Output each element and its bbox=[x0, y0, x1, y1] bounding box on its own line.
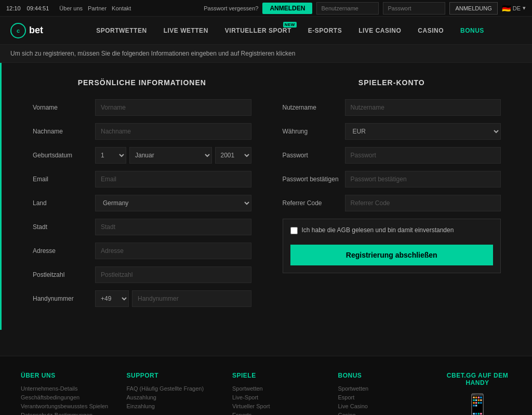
nutzername-label: Nutzername bbox=[283, 104, 340, 111]
passwort-confirm-input[interactable] bbox=[345, 171, 501, 188]
nav-sportwetten[interactable]: SPORTWETTEN bbox=[89, 24, 154, 37]
account-title: SPIELER-KONTO bbox=[283, 78, 501, 87]
nav-esports[interactable]: E-SPORTS bbox=[301, 24, 349, 37]
top-bar-right: Passwort vergessen? ANMELDEN ANMELDUNG 🇩… bbox=[204, 2, 526, 15]
password-forgot-link[interactable]: Passwort vergessen? bbox=[204, 5, 258, 11]
footer: ÜBER UNS Unternehmens-Details Geschäftsb… bbox=[0, 356, 532, 415]
language-selector[interactable]: 🇩🇪 DE ▾ bbox=[502, 4, 526, 12]
referrer-input[interactable] bbox=[345, 195, 501, 211]
footer-columns: ÜBER UNS Unternehmens-Details Geschäftsb… bbox=[21, 372, 511, 415]
main-nav: c bet SPORTWETTEN LIVE WETTEN NEW VIRTUE… bbox=[0, 17, 532, 45]
dob-label: Geburtsdatum bbox=[33, 152, 90, 159]
nachname-row: Nachname bbox=[33, 123, 251, 140]
dob-year-select[interactable]: 200120001999 199819901985 bbox=[215, 147, 251, 164]
adresse-input[interactable] bbox=[95, 243, 251, 259]
footer-link-2-2[interactable]: Virtueller Sport bbox=[232, 403, 323, 409]
footer-title-mobile: Cbet.gg auf dem Handy bbox=[444, 372, 511, 386]
lang-label: DE bbox=[513, 5, 521, 11]
footer-col-bonus: BONUS Sportwetten Esport Live Casino Cas… bbox=[338, 372, 429, 415]
nachname-input[interactable] bbox=[95, 123, 251, 140]
footer-link-0-3[interactable]: Datenschutz-Bestimmungen bbox=[21, 412, 111, 415]
logo-circle: c bbox=[10, 23, 26, 38]
logo[interactable]: c bet bbox=[10, 23, 43, 38]
top-link-kontakt[interactable]: Kontakt bbox=[112, 5, 131, 11]
footer-link-1-1[interactable]: Auszahlung bbox=[127, 394, 217, 400]
vorname-label: Vorname bbox=[33, 104, 90, 111]
nav-virtueller-sport[interactable]: NEW VIRTUELLER SPORT bbox=[218, 24, 299, 37]
vorname-row: Vorname bbox=[33, 99, 251, 116]
account-section: SPIELER-KONTO Nutzername Währung EURUSDB… bbox=[283, 78, 501, 314]
dob-row: Geburtsdatum 1 JanuarFebruarMärz AprilMa… bbox=[33, 147, 251, 164]
footer-col-support: SUPPORT FAQ (Häufig Gestellte Fragen) Au… bbox=[127, 372, 217, 415]
nutzername-row: Nutzername bbox=[283, 99, 501, 116]
phone-code-select[interactable]: +49 bbox=[95, 290, 129, 307]
password-input[interactable] bbox=[383, 2, 445, 15]
footer-title-spiele: SPIELE bbox=[232, 372, 323, 379]
footer-link-3-1[interactable]: Esport bbox=[338, 394, 429, 400]
email-input[interactable] bbox=[95, 171, 251, 188]
stadt-input[interactable] bbox=[95, 219, 251, 235]
passwort-input[interactable] bbox=[345, 147, 501, 164]
passwort-confirm-row: Passwort bestätigen bbox=[283, 171, 501, 188]
top-link-ueberuns[interactable]: Über uns bbox=[59, 5, 83, 11]
personal-title: PERSÖNLICHE INFORMATIONEN bbox=[33, 78, 251, 87]
wahrung-select[interactable]: EURUSDBTC bbox=[345, 123, 501, 140]
adresse-row: Adresse bbox=[33, 243, 251, 259]
nav-bonus[interactable]: BONUS bbox=[453, 24, 491, 37]
dob-day-select[interactable]: 1 bbox=[95, 147, 126, 164]
agb-text: Ich habe die AGB gelesen und bin damit e… bbox=[302, 226, 454, 234]
nav-live-wetten[interactable]: LIVE WETTEN bbox=[156, 24, 216, 37]
nutzername-input[interactable] bbox=[345, 99, 501, 116]
footer-link-0-2[interactable]: Verantwortungsbewusstes Spielen bbox=[21, 403, 111, 409]
email-label: Email bbox=[33, 176, 90, 183]
footer-link-3-2[interactable]: Live Casino bbox=[338, 403, 429, 409]
top-nav-links: Über uns Partner Kontakt bbox=[59, 5, 131, 11]
footer-col-mobile: Cbet.gg auf dem Handy 📱 bbox=[444, 372, 511, 415]
land-label: Land bbox=[33, 199, 90, 207]
footer-link-2-1[interactable]: Live-Sport bbox=[232, 394, 323, 400]
phone-inputs: +49 bbox=[95, 290, 251, 307]
footer-link-3-3[interactable]: Casino bbox=[338, 412, 429, 415]
top-link-partner[interactable]: Partner bbox=[88, 5, 107, 11]
logo-text: bet bbox=[29, 25, 43, 36]
adresse-label: Adresse bbox=[33, 247, 90, 255]
footer-link-3-0[interactable]: Sportwetten bbox=[338, 385, 429, 392]
info-text: Um sich zu registrieren, müssen Sie die … bbox=[10, 50, 295, 57]
anmelden-button[interactable]: ANMELDEN bbox=[262, 3, 312, 14]
clock-time: 12:10 bbox=[6, 5, 21, 11]
footer-link-2-0[interactable]: Sportwetten bbox=[232, 385, 323, 392]
phone-label: Handynummer bbox=[33, 295, 90, 302]
username-input[interactable] bbox=[316, 2, 379, 15]
passwort-label: Passwort bbox=[283, 152, 340, 159]
land-row: Land GermanyAustriaSwitzerland bbox=[33, 195, 251, 211]
footer-link-0-0[interactable]: Unternehmens-Details bbox=[21, 385, 111, 392]
postleitzahl-row: Postleitzahl bbox=[33, 266, 251, 283]
footer-link-0-1[interactable]: Geschäftsbedingungen bbox=[21, 394, 111, 400]
postleitzahl-input[interactable] bbox=[95, 266, 251, 283]
register-button[interactable]: Registrierung abschließen bbox=[290, 245, 494, 265]
footer-link-1-0[interactable]: FAQ (Häufig Gestellte Fragen) bbox=[127, 385, 217, 392]
postleitzahl-label: Postleitzahl bbox=[33, 271, 90, 278]
footer-link-2-3[interactable]: Esports bbox=[232, 412, 323, 415]
agb-row: Ich habe die AGB gelesen und bin damit e… bbox=[290, 226, 494, 234]
dob-inputs: 1 JanuarFebruarMärz AprilMaiJuni JuliAug… bbox=[95, 147, 251, 164]
footer-title-ueberuns: ÜBER UNS bbox=[21, 372, 111, 379]
phone-number-input[interactable] bbox=[132, 290, 251, 307]
personal-info-section: PERSÖNLICHE INFORMATIONEN Vorname Nachna… bbox=[33, 78, 251, 314]
wahrung-label: Währung bbox=[283, 128, 340, 135]
stadt-row: Stadt bbox=[33, 219, 251, 235]
referrer-row: Referrer Code bbox=[283, 195, 501, 211]
footer-link-1-2[interactable]: Einzahlung bbox=[127, 403, 217, 409]
footer-title-bonus: BONUS bbox=[338, 372, 429, 379]
nav-live-casino[interactable]: LIVE CASINO bbox=[351, 24, 408, 37]
anmeldung-button[interactable]: ANMELDUNG bbox=[449, 2, 497, 15]
chevron-down-icon: ▾ bbox=[523, 5, 526, 11]
land-select[interactable]: GermanyAustriaSwitzerland bbox=[95, 195, 251, 211]
footer-col-spiele: SPIELE Sportwetten Live-Sport Virtueller… bbox=[232, 372, 323, 415]
wahrung-row: Währung EURUSDBTC bbox=[283, 123, 501, 140]
email-row: Email bbox=[33, 171, 251, 188]
nav-casino[interactable]: CASINO bbox=[410, 24, 451, 37]
vorname-input[interactable] bbox=[95, 99, 251, 116]
agb-checkbox[interactable] bbox=[290, 227, 298, 234]
dob-month-select[interactable]: JanuarFebruarMärz AprilMaiJuni JuliAugus… bbox=[129, 147, 212, 164]
